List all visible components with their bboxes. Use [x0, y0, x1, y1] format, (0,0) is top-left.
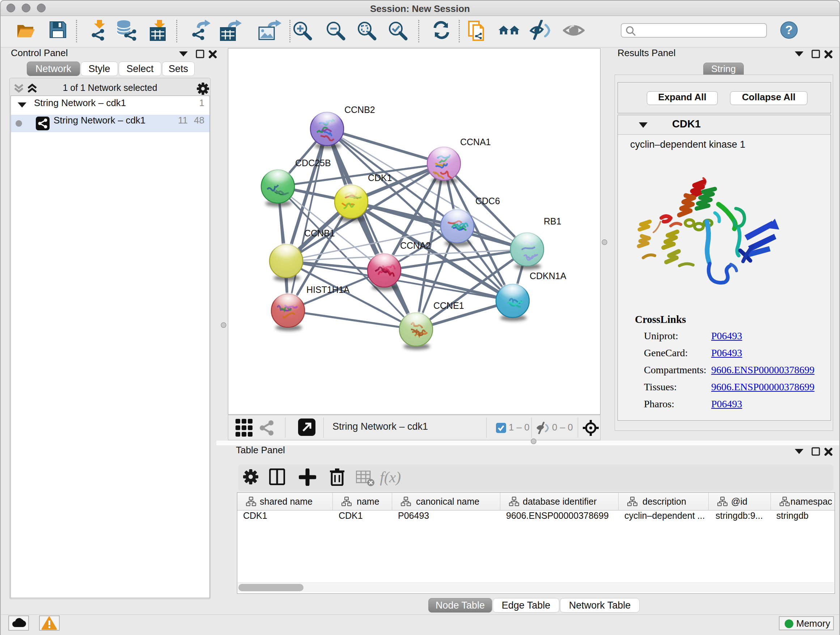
- svg-text:CCNA1: CCNA1: [460, 137, 491, 147]
- svg-text:CDK1: CDK1: [368, 173, 392, 183]
- svg-text:CCNB2: CCNB2: [344, 105, 375, 115]
- svg-text:HIST1H1A: HIST1H1A: [306, 285, 350, 295]
- svg-text:CCNE1: CCNE1: [433, 301, 464, 310]
- svg-text:CDKN1A: CDKN1A: [530, 271, 567, 281]
- svg-text:CCNA2: CCNA2: [400, 241, 431, 250]
- svg-text:RB1: RB1: [544, 216, 561, 226]
- svg-text:CDC6: CDC6: [475, 196, 500, 206]
- svg-text:CDC25B: CDC25B: [295, 158, 331, 168]
- svg-text:CCNB1: CCNB1: [304, 228, 335, 238]
- svg-text:?: ?: [785, 23, 793, 36]
